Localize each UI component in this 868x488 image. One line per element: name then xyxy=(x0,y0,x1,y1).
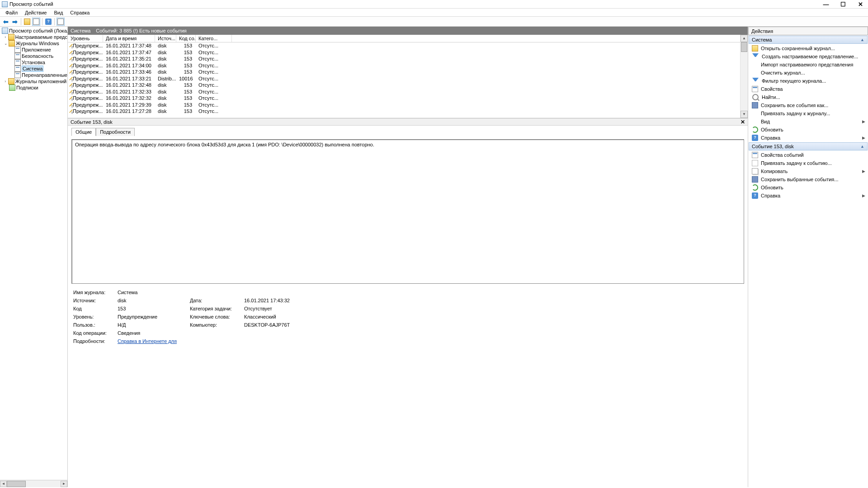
online-help-link[interactable]: Справка в Интернете для xyxy=(118,338,177,344)
action-item[interactable]: Сохранить выбранные события... xyxy=(749,175,868,183)
action-item[interactable]: Привязать задачу к журналу... xyxy=(749,109,868,117)
col-source[interactable]: Источ... xyxy=(155,35,176,42)
warning-icon xyxy=(69,103,72,106)
action-icon xyxy=(752,168,758,174)
tab-general[interactable]: Общие xyxy=(71,128,96,136)
action-item[interactable]: Вид▶ xyxy=(749,117,868,126)
event-row[interactable]: Предупреж...16.01.2021 17:32:32disk153От… xyxy=(68,95,740,102)
tree-hscrollbar[interactable]: ◄ ► xyxy=(0,480,67,487)
maximize-button[interactable]: ☐ xyxy=(840,1,846,7)
up-level-button[interactable] xyxy=(23,18,31,26)
col-category[interactable]: Катего... xyxy=(196,35,232,42)
action-item[interactable]: Импорт настраиваемого представления xyxy=(749,61,868,69)
scroll-up-button[interactable]: ▲ xyxy=(741,35,748,42)
event-row[interactable]: Предупреж...16.01.2021 17:37:48disk153От… xyxy=(68,42,740,49)
action-item[interactable]: Фильтр текущего журнала... xyxy=(749,77,868,85)
event-row[interactable]: Предупреж...16.01.2021 17:32:33disk153От… xyxy=(68,89,740,95)
action-item[interactable]: Копировать▶ xyxy=(749,167,868,175)
action-icon xyxy=(752,160,758,166)
events-grid-wrap: Уровень Дата и время Источ... Код со... … xyxy=(68,35,748,118)
actions-title: Действия xyxy=(748,27,868,35)
action-item[interactable]: Обновить xyxy=(749,126,868,134)
toolbar: ⬅ ➡ ? xyxy=(0,17,868,27)
tree-item-setup[interactable]: Установка xyxy=(0,59,67,66)
action-item[interactable]: Открыть сохраненный журнал... xyxy=(749,44,868,52)
nav-back-button[interactable]: ⬅ xyxy=(2,18,10,26)
prop-computer-value: DESKTOP-6AJP76T xyxy=(244,322,290,328)
event-row[interactable]: Предупреж...16.01.2021 17:37:47disk153От… xyxy=(68,49,740,56)
tree-item-system[interactable]: Система xyxy=(0,66,67,72)
tree-item-application[interactable]: Приложение xyxy=(0,47,67,53)
collapse-icon[interactable]: ⌄ xyxy=(4,41,8,46)
detail-tabs: Общие Подробности xyxy=(68,126,748,136)
grid-vscrollbar[interactable]: ▲ ▼ xyxy=(740,35,748,118)
scroll-thumb[interactable] xyxy=(741,42,747,52)
scroll-track[interactable] xyxy=(7,481,61,487)
action-item[interactable]: ?Справка▶ xyxy=(749,134,868,142)
tree-item-forwarded[interactable]: Перенаправленные соб xyxy=(0,72,67,78)
actions-section-system[interactable]: Система▲ xyxy=(749,36,868,44)
actions-section-event[interactable]: Событие 153, disk▲ xyxy=(749,142,868,150)
show-tree-button[interactable] xyxy=(32,18,40,26)
event-row[interactable]: Предупреж...16.01.2021 17:33:21Distrib..… xyxy=(68,75,740,82)
scroll-down-button[interactable]: ▼ xyxy=(741,111,748,118)
action-item[interactable]: ?Справка▶ xyxy=(749,192,868,200)
action-icon xyxy=(752,184,758,191)
col-eventid[interactable]: Код со... xyxy=(176,35,196,42)
event-row[interactable]: Предупреж...16.01.2021 17:34:00disk153От… xyxy=(68,62,740,69)
action-icon xyxy=(752,110,758,117)
arrow-right-icon: ➡ xyxy=(12,18,18,25)
action-icon xyxy=(752,45,758,52)
menu-help[interactable]: Справка xyxy=(66,9,93,16)
menu-view[interactable]: Вид xyxy=(50,9,66,16)
tree-subscriptions[interactable]: Подписки xyxy=(0,84,67,91)
menu-file[interactable]: Файл xyxy=(2,9,21,16)
show-actions-button[interactable] xyxy=(57,18,65,26)
tree-item-security[interactable]: Безопасность xyxy=(0,53,67,59)
col-level[interactable]: Уровень xyxy=(68,35,103,42)
action-item[interactable]: Свойства xyxy=(749,85,868,93)
expand-icon[interactable]: › xyxy=(4,79,7,84)
warning-icon xyxy=(69,90,72,93)
action-item[interactable]: Обновить xyxy=(749,183,868,192)
help-icon: ? xyxy=(45,19,52,25)
action-item[interactable]: Привязать задачу к событию... xyxy=(749,159,868,167)
action-icon xyxy=(752,102,758,108)
log-icon xyxy=(14,66,21,72)
detail-close-button[interactable]: ✕ xyxy=(741,119,745,125)
log-summary: Событий: 3 885 (!) Есть новые события xyxy=(96,28,186,33)
action-item[interactable]: Найти... xyxy=(749,93,868,101)
event-viewer-icon xyxy=(2,28,8,34)
scroll-track[interactable] xyxy=(741,42,748,111)
event-row[interactable]: Предупреж...16.01.2021 17:35:21disk153От… xyxy=(68,56,740,62)
menu-action[interactable]: Действие xyxy=(21,9,50,16)
minimize-button[interactable]: — xyxy=(823,1,829,7)
nav-forward-button[interactable]: ➡ xyxy=(11,18,19,26)
close-button[interactable]: ✕ xyxy=(857,1,863,7)
prop-date-value: 16.01.2021 17:43:32 xyxy=(244,298,290,303)
toolbar-separator xyxy=(54,18,55,25)
event-row[interactable]: Предупреж...16.01.2021 17:27:28disk153От… xyxy=(68,108,740,115)
prop-opcode-label: Код операции: xyxy=(73,330,118,336)
tree-root[interactable]: Просмотр событий (Локальн xyxy=(0,28,67,34)
col-datetime[interactable]: Дата и время xyxy=(103,35,155,42)
event-row[interactable]: Предупреж...16.01.2021 17:33:46disk153От… xyxy=(68,69,740,75)
submenu-arrow-icon: ▶ xyxy=(862,119,865,124)
action-item[interactable]: Очистить журнал... xyxy=(749,69,868,77)
action-item[interactable]: Создать настраиваемое представление... xyxy=(749,52,868,61)
scroll-right-button[interactable]: ► xyxy=(61,481,67,487)
action-item[interactable]: Сохранить все события как... xyxy=(749,101,868,109)
toolbar-separator xyxy=(21,18,21,25)
scroll-left-button[interactable]: ◄ xyxy=(0,481,7,487)
scroll-thumb[interactable] xyxy=(7,481,26,487)
action-item[interactable]: Свойства событий xyxy=(749,151,868,159)
tree-app-service-logs[interactable]: ›Журналы приложений и сл xyxy=(0,78,67,84)
tree-windows-logs[interactable]: ⌄Журналы Windows xyxy=(0,40,67,47)
action-icon xyxy=(752,127,758,133)
tab-details[interactable]: Подробности xyxy=(96,128,135,136)
expand-icon[interactable]: › xyxy=(4,35,7,39)
event-row[interactable]: Предупреж...16.01.2021 17:29:39disk153От… xyxy=(68,102,740,108)
event-row[interactable]: Предупреж...16.01.2021 17:32:48disk153От… xyxy=(68,82,740,89)
tree-custom-views[interactable]: ›Настраиваемые представл xyxy=(0,34,67,40)
help-button[interactable]: ? xyxy=(44,18,52,26)
